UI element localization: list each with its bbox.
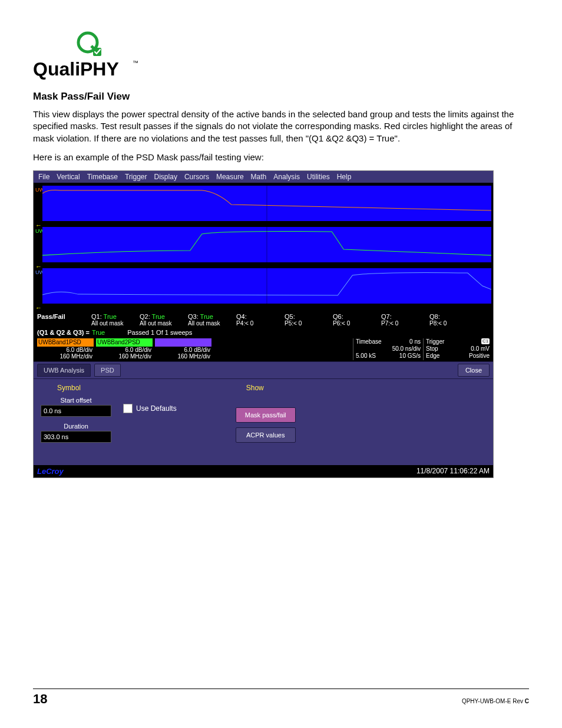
start-offset-label: Start offset — [41, 397, 111, 404]
q6-sub: P6:< 0 — [333, 320, 381, 327]
trigger-readout[interactable]: TriggerC1 Stop0.0 mV EdgePositive — [423, 338, 490, 360]
q4-title: Q4: — [236, 313, 247, 320]
c1-icon: C1 — [481, 338, 490, 344]
menu-trigger[interactable]: Trigger — [125, 173, 147, 181]
menu-utilities[interactable]: Utilities — [307, 173, 330, 181]
channel-chip-2[interactable]: UWBBand2PSD 6.0 dB/div 160 MHz/div — [96, 338, 153, 360]
q7-title: Q7: — [381, 313, 392, 320]
chip3-name: UWBBand3PSD — [155, 338, 211, 347]
left-arrow-icon: ← — [35, 304, 42, 311]
q2-sub: All out mask — [140, 320, 188, 327]
use-defaults-checkbox[interactable]: Use Defaults — [123, 404, 177, 413]
menu-measure[interactable]: Measure — [216, 173, 244, 181]
chip2-line2: 160 MHz/div — [96, 353, 153, 360]
page-number: 18 — [33, 691, 47, 707]
eq-value: True — [92, 329, 105, 336]
q8-title: Q8: — [429, 313, 440, 320]
symbol-header: Symbol — [57, 384, 111, 392]
svg-text:™: ™ — [133, 60, 138, 66]
q7-sub: P7:< 0 — [381, 320, 429, 327]
chip1-line1: 6.0 dB/div — [37, 347, 94, 354]
paragraph-2: Here is an example of the PSD Mask pass/… — [33, 151, 529, 163]
logo: QualiPHY ™ — [33, 27, 529, 83]
q3-value: True — [200, 313, 213, 320]
q1-value: True — [104, 313, 117, 320]
paragraph-1: This view displays the power spectral de… — [33, 108, 529, 144]
close-button[interactable]: Close — [458, 364, 490, 377]
q2-title: Q2: — [140, 313, 150, 320]
show-header: Show — [246, 384, 296, 392]
channel-chip-3[interactable]: UWBBand3PSD 6.0 dB/div 160 MHz/div — [155, 338, 211, 360]
q3-title: Q3: — [188, 313, 199, 320]
menu-cursors[interactable]: Cursors — [184, 173, 209, 181]
menu-vertical[interactable]: Vertical — [57, 173, 80, 181]
chip1-name: UWBBand1PSD — [37, 338, 94, 347]
trigger-level: 0.0 mV — [471, 345, 490, 353]
mask-pass-fail-button[interactable]: Mask pass/fail — [236, 407, 296, 423]
timebase-readout[interactable]: Timebase0 ns 50.0 ns/div 5.00 kS10 GS/s — [353, 338, 421, 360]
menu-bar: File Vertical Timebase Trigger Display C… — [34, 171, 493, 183]
chip1-line2: 160 MHz/div — [37, 353, 94, 360]
chip3-line2: 160 MHz/div — [155, 353, 211, 360]
pass-fail-equation: (Q1 & Q2 & Q3) = True Passed 1 Of 1 swee… — [34, 328, 493, 337]
tab-uwb-analysis[interactable]: UWB Analysis — [37, 364, 91, 377]
menu-math[interactable]: Math — [251, 173, 267, 181]
q1-title: Q1: — [91, 313, 102, 320]
q5-title: Q5: — [285, 313, 295, 320]
svg-text:QualiPHY: QualiPHY — [33, 58, 119, 80]
waveform-2 — [42, 227, 491, 262]
q4-sub: P4:< 0 — [236, 320, 285, 327]
channel-chip-1[interactable]: UWBBand1PSD 6.0 dB/div 160 MHz/div — [37, 338, 94, 360]
pass-fail-readout: Pass/Fail Q1: True Q2: True Q3: True Q4:… — [34, 311, 493, 328]
waveform-3 — [42, 268, 491, 304]
menu-analysis[interactable]: Analysis — [273, 173, 300, 181]
timebase-rate: 10 GS/s — [399, 353, 421, 360]
start-offset-field[interactable]: 0.0 ns — [41, 405, 111, 417]
q2-value: True — [152, 313, 165, 320]
trigger-slope: Positive — [469, 353, 490, 360]
chip3-line1: 6.0 dB/div — [155, 347, 211, 354]
q3-sub: All out mask — [188, 320, 236, 327]
timebase-div: 50.0 ns/div — [392, 345, 421, 353]
timebase-offset: 0 ns — [409, 338, 421, 345]
q5-sub: P5:< 0 — [285, 320, 333, 327]
waveform-1 — [42, 186, 491, 221]
chip2-name: UWBBand2PSD — [96, 338, 153, 347]
use-defaults-label: Use Defaults — [136, 404, 177, 413]
menu-display[interactable]: Display — [154, 173, 177, 181]
trigger-type: Edge — [426, 353, 439, 360]
q1-sub: All out mask — [91, 320, 140, 327]
svg-line-2 — [91, 46, 94, 49]
q6-title: Q6: — [333, 313, 343, 320]
pass-fail-label: Pass/Fail — [37, 313, 91, 320]
eq-right: Passed 1 Of 1 sweeps — [127, 329, 192, 336]
psd-panel: Symbol Start offset 0.0 ns Duration 303.… — [34, 379, 493, 465]
chip2-line1: 6.0 dB/div — [96, 347, 153, 354]
checkbox-icon — [123, 404, 133, 413]
menu-timebase[interactable]: Timebase — [87, 173, 118, 181]
timebase-samples: 5.00 kS — [356, 353, 376, 360]
q8-sub: P8:< 0 — [429, 320, 478, 327]
page-footer: 18 QPHY-UWB-OM-E Rev C — [33, 689, 529, 707]
tab-psd[interactable]: PSD — [94, 364, 121, 377]
menu-help[interactable]: Help — [337, 173, 352, 181]
eq-left: (Q1 & Q2 & Q3) = — [37, 329, 90, 336]
duration-field[interactable]: 303.0 ns — [41, 431, 111, 443]
oscilloscope-screenshot: File Vertical Timebase Trigger Display C… — [33, 170, 494, 478]
section-title: Mask Pass/Fail View — [33, 91, 529, 103]
acpr-values-button[interactable]: ACPR values — [236, 427, 296, 443]
trigger-state: Stop — [426, 345, 438, 353]
trigger-title: Trigger — [426, 338, 444, 345]
brand-label: LeCroy — [37, 467, 64, 476]
revision: QPHY-UWB-OM-E Rev C — [462, 698, 529, 704]
duration-label: Duration — [41, 423, 111, 430]
menu-file[interactable]: File — [38, 173, 49, 181]
timestamp: 11/8/2007 11:06:22 AM — [416, 467, 490, 476]
timebase-title: Timebase — [356, 338, 382, 345]
